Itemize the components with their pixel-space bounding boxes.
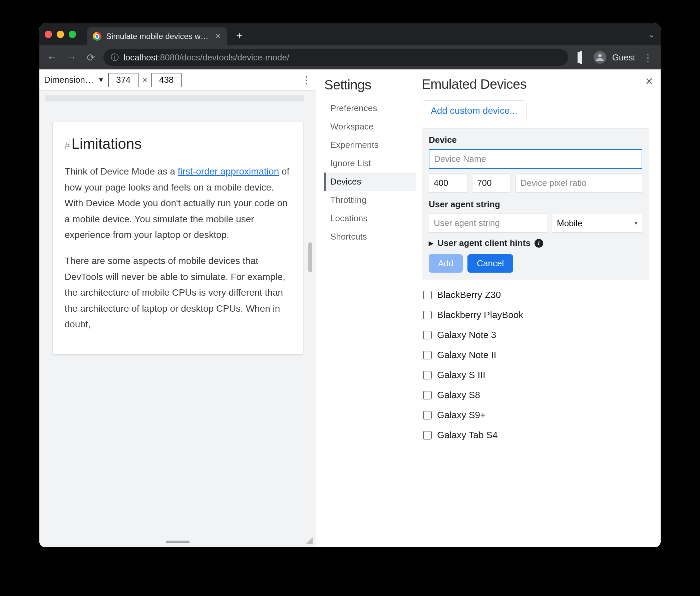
device-row[interactable]: Galaxy Tab S4	[422, 425, 649, 445]
settings-sidebar: Settings PreferencesWorkspaceExperiments…	[316, 69, 417, 547]
user-agent-input[interactable]	[429, 214, 547, 232]
settings-item-shortcuts[interactable]: Shortcuts	[324, 228, 417, 246]
window-titlebar: Simulate mobile devices with D ✕ + ⌄	[40, 23, 660, 45]
viewport-width-input[interactable]	[108, 73, 139, 87]
device-toolbar: Dimension… ▼ × ⋮	[40, 69, 316, 91]
settings-item-workspace[interactable]: Workspace	[324, 118, 417, 136]
dimensions-dropdown-icon[interactable]: ▼	[98, 76, 104, 84]
minimize-window-icon[interactable]	[57, 31, 64, 38]
settings-item-preferences[interactable]: Preferences	[324, 99, 417, 118]
close-tab-icon[interactable]: ✕	[215, 32, 221, 41]
device-label: Galaxy Note II	[437, 350, 496, 361]
emulated-devices-title: Emulated Devices	[422, 77, 649, 92]
device-name-input[interactable]	[429, 149, 642, 169]
device-label: Galaxy Note 3	[437, 330, 496, 340]
browser-window: Simulate mobile devices with D ✕ + ⌄ ← →…	[40, 23, 660, 547]
device-row[interactable]: Galaxy S III	[422, 365, 649, 385]
ua-client-hints-toggle[interactable]: ▶ User agent client hints i	[429, 238, 642, 248]
device-pixel-ratio-input[interactable]	[516, 174, 642, 193]
tabstrip-menu[interactable]: ⌄	[648, 29, 655, 40]
toolbar: ← → ⟳ ⓘ localhost:8080/docs/devtools/dev…	[40, 45, 660, 69]
first-order-link[interactable]: first-order approximation	[178, 166, 279, 176]
site-info-icon[interactable]: ⓘ	[111, 52, 119, 63]
device-checkbox[interactable]	[423, 431, 432, 440]
device-checkbox[interactable]	[423, 371, 432, 379]
chrome-favicon-icon	[93, 32, 101, 41]
disclosure-triangle-icon: ▶	[429, 240, 433, 247]
resize-handle-bottom[interactable]	[166, 541, 190, 543]
device-row[interactable]: Galaxy S9+	[422, 405, 649, 425]
settings-item-throttling[interactable]: Throttling	[324, 191, 417, 209]
profile-avatar-icon[interactable]	[594, 51, 606, 64]
device-toolbar-menu[interactable]: ⋮	[301, 74, 311, 86]
device-checkbox[interactable]	[423, 391, 432, 399]
settings-title: Settings	[324, 77, 417, 93]
back-button[interactable]: ←	[45, 52, 59, 63]
page-paragraph: There are some aspects of mobile devices…	[65, 253, 291, 332]
add-custom-device-button[interactable]: Add custom device...	[422, 100, 526, 121]
device-row[interactable]: Galaxy Note II	[422, 345, 649, 365]
fullscreen-window-icon[interactable]	[69, 31, 76, 38]
device-checkbox[interactable]	[423, 411, 432, 420]
devtools-settings-panel: Settings PreferencesWorkspaceExperiments…	[316, 69, 660, 547]
custom-device-form: Device User agent string Mobile	[422, 128, 649, 280]
device-checkbox[interactable]	[423, 351, 432, 359]
page-heading: #Limitations	[65, 135, 291, 152]
device-row[interactable]: Galaxy Note 3	[422, 325, 649, 345]
settings-item-ignore-list[interactable]: Ignore List	[324, 154, 417, 173]
dimensions-separator: ×	[143, 75, 148, 85]
forward-button[interactable]: →	[65, 52, 78, 63]
url-port: :8080	[158, 52, 179, 63]
url-path: /docs/devtools/device-mode/	[179, 52, 290, 63]
device-label: Galaxy S9+	[437, 410, 486, 420]
cancel-button[interactable]: Cancel	[468, 254, 513, 273]
device-label: Blackberry PlayBook	[437, 310, 523, 320]
device-checkbox[interactable]	[423, 331, 432, 339]
device-label: Galaxy S8	[437, 390, 480, 400]
close-window-icon[interactable]	[45, 31, 52, 38]
device-checkbox[interactable]	[423, 311, 432, 319]
add-button[interactable]: Add	[429, 254, 463, 273]
device-stage: #Limitations Think of Device Mode as a f…	[40, 91, 316, 547]
reload-button[interactable]: ⟳	[84, 52, 97, 64]
close-settings-icon[interactable]: ✕	[645, 75, 653, 87]
device-row[interactable]: BlackBerry Z30	[422, 285, 649, 305]
resize-handle-corner-icon[interactable]	[306, 537, 312, 544]
window-controls	[45, 31, 76, 38]
device-height-input[interactable]	[472, 174, 511, 193]
user-agent-type-select[interactable]: Mobile	[552, 214, 642, 232]
viewport-height-input[interactable]	[151, 73, 181, 87]
side-panel-toggle[interactable]	[574, 52, 588, 63]
page-paragraph: Think of Device Mode as a first-order ap…	[65, 164, 291, 243]
address-bar[interactable]: ⓘ localhost:8080/docs/devtools/device-mo…	[103, 49, 568, 66]
device-label: Galaxy Tab S4	[437, 430, 498, 441]
scrollbar-thumb[interactable]	[308, 242, 312, 272]
emulated-viewport[interactable]: #Limitations Think of Device Mode as a f…	[53, 122, 303, 354]
browser-tab[interactable]: Simulate mobile devices with D ✕	[87, 27, 227, 45]
device-row[interactable]: Blackberry PlayBook	[422, 305, 649, 325]
device-pane: Dimension… ▼ × ⋮ #Limitations Think of D…	[40, 69, 316, 547]
info-icon[interactable]: i	[534, 239, 543, 248]
device-section-label: Device	[429, 135, 642, 145]
device-label: BlackBerry Z30	[437, 290, 501, 300]
settings-nav-list: PreferencesWorkspaceExperimentsIgnore Li…	[324, 99, 417, 246]
new-tab-button[interactable]: +	[231, 30, 247, 42]
settings-item-devices[interactable]: Devices	[324, 173, 417, 191]
ruler-bar	[45, 95, 304, 101]
settings-item-experiments[interactable]: Experiments	[324, 136, 417, 154]
settings-main: ✕ Emulated Devices Add custom device... …	[417, 69, 660, 547]
settings-item-locations[interactable]: Locations	[324, 209, 417, 228]
ua-section-label: User agent string	[429, 199, 642, 209]
browser-menu-button[interactable]: ⋮	[641, 52, 655, 64]
device-list: BlackBerry Z30Blackberry PlayBookGalaxy …	[422, 285, 649, 445]
device-width-input[interactable]	[429, 174, 468, 193]
viewport-scrollbar[interactable]	[307, 95, 314, 534]
device-label: Galaxy S III	[437, 370, 485, 380]
profile-label[interactable]: Guest	[612, 52, 635, 63]
anchor-hash-icon[interactable]: #	[65, 140, 70, 151]
url-host: localhost	[123, 52, 158, 63]
dimensions-dropdown-label[interactable]: Dimension…	[44, 75, 94, 85]
device-row[interactable]: Galaxy S8	[422, 385, 649, 405]
tab-title: Simulate mobile devices with D	[106, 32, 210, 41]
device-checkbox[interactable]	[423, 291, 432, 299]
